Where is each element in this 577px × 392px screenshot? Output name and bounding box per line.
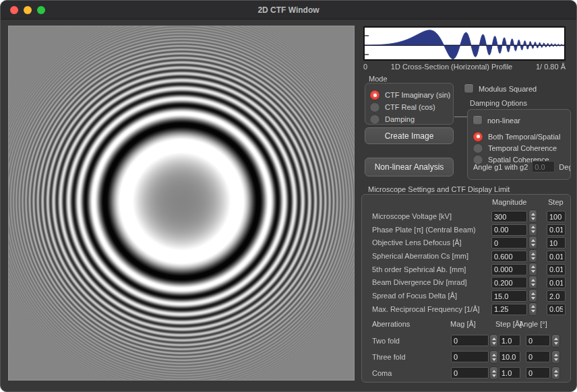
aberration-label: Three fold [372,353,406,361]
radio-label: Damping [385,115,415,123]
column-header-magnitude: Magnitude [492,198,526,206]
titlebar[interactable]: 2D CTF Window [1,1,576,20]
step-input[interactable] [547,237,566,249]
step-input[interactable] [547,224,566,236]
mode-group: CTF Imaginary (sin) CTF Real (cos) Dampi… [365,83,454,125]
profile-title: 1D Cross-Section (Horizontal) Profile [367,63,536,71]
modulus-squared-control[interactable]: Modulus Squared [464,84,537,93]
magnitude-stepper[interactable] [529,236,537,249]
step-input[interactable] [547,251,566,262]
ctf-2d-image [8,26,355,381]
aberration-mag-input[interactable] [451,335,489,346]
aberration-angle-stepper[interactable] [552,367,559,379]
damping-option-temporal[interactable]: Temporal Coherence [473,142,570,154]
radio-temporal-coherence[interactable] [473,143,483,153]
magnitude-stepper[interactable] [529,276,537,288]
aberration-row-coma: Coma [362,366,570,382]
aberrations-title: Aberrations [372,320,410,328]
mode-option-ctf-real[interactable]: CTF Real (cos) [370,101,453,113]
magnitude-input[interactable] [491,211,527,222]
settings-row: Microscope Voltage [kV] [362,210,570,224]
aberration-angle-stepper[interactable] [552,335,559,347]
settings-row: Spherical Aberration Cs [mm] [362,250,570,263]
step-input[interactable] [547,290,566,302]
magnitude-input[interactable] [491,251,527,262]
setting-label: Beam Divergence Div [mrad] [372,278,467,286]
nonlinear-control[interactable]: non-linear [473,115,570,126]
ctf-window: 2D CTF Window 0 1D Cross-Section (Horizo… [0,0,577,392]
setting-label: Spread of Focus Delta [Å] [372,292,457,300]
aberration-step-input[interactable] [499,367,520,379]
aberration-label: Coma [372,369,392,377]
mode-option-ctf-imaginary[interactable]: CTF Imaginary (sin) [370,89,453,101]
aberration-mag-stepper[interactable] [490,351,497,363]
magnitude-stepper[interactable] [529,263,537,275]
step-input[interactable] [547,304,566,315]
magnitude-input[interactable] [491,264,527,275]
settings-row: Beam Divergence Div [mrad] [362,276,570,290]
setting-label: Microscope Voltage [kV] [372,212,452,220]
column-header-angle: Angle [°] [519,320,547,328]
aberration-mag-input[interactable] [451,351,489,362]
magnitude-stepper[interactable] [529,290,537,302]
magnitude-input[interactable] [491,290,527,302]
aberration-rows: Two fold Three fold Coma [362,333,570,382]
settings-row: Spread of Focus Delta [Å] [362,290,570,303]
aberration-step-input[interactable] [499,335,520,346]
magnitude-stepper[interactable] [529,224,537,236]
setting-label: Max. Reciprocal Frequency [1/Å] [372,305,480,313]
setting-label: 5th order Spehrical Ab. [mm] [372,265,466,273]
nonlinear-analysis-button[interactable]: Non-linear Analysis [365,158,454,176]
angle-unit-label: Deg. [559,163,571,171]
aberration-step-input[interactable] [499,351,520,362]
aberration-angle-stepper[interactable] [552,351,559,363]
column-header-step: Step [548,198,564,206]
radio-damping[interactable] [370,115,379,124]
radio-ctf-imaginary[interactable] [370,90,379,100]
aberration-mag-stepper[interactable] [490,367,497,379]
magnitude-stepper[interactable] [529,250,537,262]
damping-option-both[interactable]: Both Temporal/Spatial [473,131,570,142]
step-input[interactable] [547,211,566,222]
radio-label: Both Temporal/Spatial [488,133,560,141]
magnitude-stepper[interactable] [529,303,537,315]
settings-rows: Microscope Voltage [kV] Phase Plate [π] … [362,210,570,317]
angle-g1-g2-input[interactable] [532,161,555,172]
mode-option-damping[interactable]: Damping [370,113,453,125]
step-input[interactable] [547,264,566,275]
create-image-button[interactable]: Create Image [365,127,454,144]
column-header-step-a: Step [Å] [495,320,522,328]
nonlinear-label: non-linear [487,117,520,125]
damping-options-label: Damping Options [470,99,527,107]
radio-label: CTF Real (cos) [385,103,435,111]
aberration-angle-input[interactable] [526,367,550,379]
mode-group-label: Mode [369,75,388,83]
setting-label: Objective Lens Defocus [Å] [372,238,462,247]
aberration-row-three-fold: Three fold [362,350,570,366]
magnitude-input[interactable] [491,237,527,249]
magnitude-input[interactable] [491,304,527,315]
step-input[interactable] [547,277,566,288]
settings-section-title: Microscope Settings and CTF Display Limi… [368,185,510,193]
mode-damping-connector-line [454,117,467,117]
aberration-mag-input[interactable] [451,367,489,379]
aberration-angle-input[interactable] [526,335,550,346]
aberration-mag-stepper[interactable] [490,335,497,347]
profile-axis-labels: 0 1D Cross-Section (Horizontal) Profile … [363,63,566,71]
nonlinear-checkbox[interactable] [473,116,482,125]
setting-label: Phase Plate [π] (Central Beam) [372,226,476,234]
settings-row: Objective Lens Defocus [Å] [362,236,570,250]
radio-ctf-real[interactable] [370,102,379,112]
magnitude-input[interactable] [491,277,527,288]
magnitude-stepper[interactable] [529,210,537,222]
settings-row: 5th order Spehrical Ab. [mm] [362,263,570,277]
settings-group: Magnitude Step Microscope Voltage [kV] P… [361,194,571,383]
magnitude-input[interactable] [491,224,527,236]
modulus-squared-checkbox[interactable] [464,84,473,93]
settings-row: Phase Plate [π] (Central Beam) [362,224,570,237]
aberration-angle-input[interactable] [526,351,550,362]
profile-axis-max: 1/ 0.80 Å [536,63,566,71]
column-header-mag: Mag [Å] [450,320,476,328]
aberration-row-two-fold: Two fold [362,333,570,350]
radio-both-temporal-spatial[interactable] [473,132,483,141]
